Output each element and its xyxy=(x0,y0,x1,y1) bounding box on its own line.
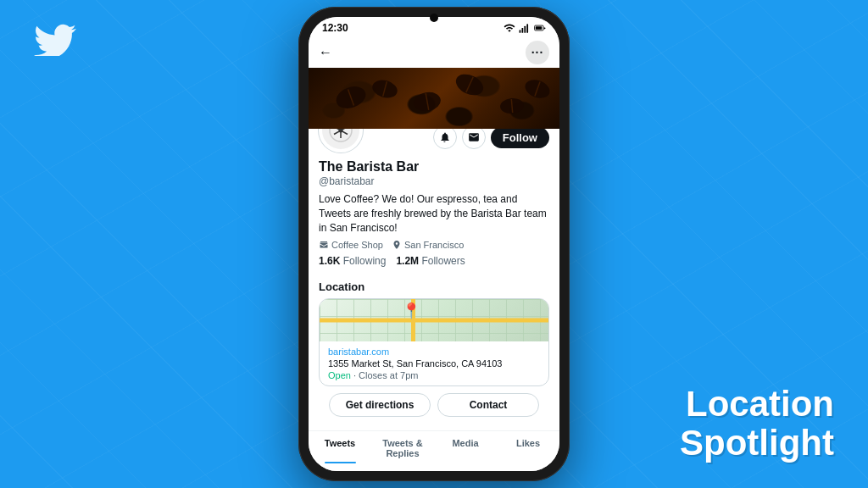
profile-meta: Coffee Shop San Francisco xyxy=(319,240,549,250)
map-road-horizontal xyxy=(320,319,548,323)
cover-photo xyxy=(309,68,559,129)
location-meta: San Francisco xyxy=(392,240,464,250)
tab-tweets[interactable]: Tweets xyxy=(309,431,371,463)
svg-rect-2 xyxy=(524,26,526,33)
location-section-title: Location xyxy=(319,280,549,293)
battery-icon xyxy=(534,22,546,34)
mail-icon xyxy=(468,131,480,143)
tab-tweets-replies[interactable]: Tweets & Replies xyxy=(371,431,434,463)
bell-icon xyxy=(439,131,451,143)
signal-icon xyxy=(519,22,531,34)
more-button[interactable]: ··· xyxy=(526,41,549,64)
profile-tabs: Tweets Tweets & Replies Media Likes xyxy=(309,430,559,463)
map-pin: 📍 xyxy=(402,302,420,320)
svg-rect-3 xyxy=(526,24,528,32)
tab-media[interactable]: Media xyxy=(434,431,497,463)
message-button[interactable] xyxy=(462,129,486,149)
avatar xyxy=(319,129,363,152)
svg-rect-5 xyxy=(536,26,542,30)
following-stat[interactable]: 1.6K Following xyxy=(319,255,386,267)
status-icons xyxy=(504,22,546,34)
avatar-action-row: Follow xyxy=(319,129,549,152)
location-hours: Open · Closes at 7pm xyxy=(328,370,540,380)
back-button[interactable]: ← xyxy=(319,45,332,60)
notification-button[interactable] xyxy=(433,129,457,149)
followers-stat[interactable]: 1.2M Followers xyxy=(396,255,465,267)
hours-open-status: Open xyxy=(328,370,351,380)
avatar-image xyxy=(322,129,359,149)
profile-name: The Barista Bar xyxy=(319,159,549,175)
location-card: 📍 baristabar.com 1355 Market St, San Fra… xyxy=(319,298,549,386)
profile-header: Follow The Barista Bar @baristabar Love … xyxy=(309,129,559,280)
phone-screen: 12:30 xyxy=(309,17,559,471)
category-meta: Coffee Shop xyxy=(319,240,383,250)
location-info: baristabar.com 1355 Market St, San Franc… xyxy=(320,341,548,385)
profile-bio: Love Coffee? We do! Our espresso, tea an… xyxy=(319,192,549,235)
wifi-icon xyxy=(504,22,515,34)
location-spotlight-heading: Location Spotlight xyxy=(680,385,834,463)
twitter-bird-logo xyxy=(34,20,76,56)
more-dots-icon: ··· xyxy=(531,47,544,58)
tab-likes[interactable]: Likes xyxy=(497,431,559,463)
contact-button[interactable]: Contact xyxy=(437,393,539,417)
profile-content: Follow The Barista Bar @baristabar Love … xyxy=(309,129,559,471)
svg-rect-0 xyxy=(520,30,521,33)
get-directions-button[interactable]: Get directions xyxy=(329,393,431,417)
location-website[interactable]: baristabar.com xyxy=(328,347,540,357)
profile-handle: @baristabar xyxy=(319,175,549,187)
status-time: 12:30 xyxy=(322,22,348,34)
nav-bar: ← ··· xyxy=(309,37,559,68)
phone-body: 12:30 xyxy=(298,7,570,481)
location-address: 1355 Market St, San Francisco, CA 94103 xyxy=(328,358,540,369)
profile-actions: Follow xyxy=(433,129,549,149)
svg-rect-1 xyxy=(522,28,524,33)
location-action-buttons: Get directions Contact xyxy=(319,393,549,417)
location-pin-icon xyxy=(392,240,402,250)
profile-stats: 1.6K Following 1.2M Followers xyxy=(319,255,549,267)
profile-logo xyxy=(328,129,353,143)
map-preview: 📍 xyxy=(320,299,548,341)
coffee-beans-decoration xyxy=(309,68,559,129)
hours-close-time: · Closes at 7pm xyxy=(353,370,418,380)
follow-button[interactable]: Follow xyxy=(491,129,549,148)
phone-mockup: 12:30 xyxy=(298,7,570,481)
shop-icon xyxy=(319,240,329,250)
location-section: Location 📍 baristabar.com 1355 Marke xyxy=(309,280,559,430)
